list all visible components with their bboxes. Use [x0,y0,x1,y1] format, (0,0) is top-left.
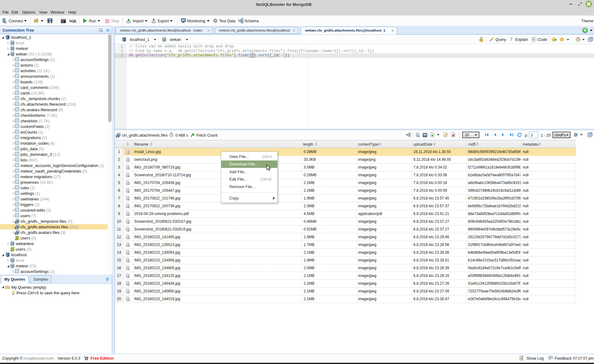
svg-text:SQL: SQL [69,19,77,23]
svg-text:?: ? [510,37,513,42]
